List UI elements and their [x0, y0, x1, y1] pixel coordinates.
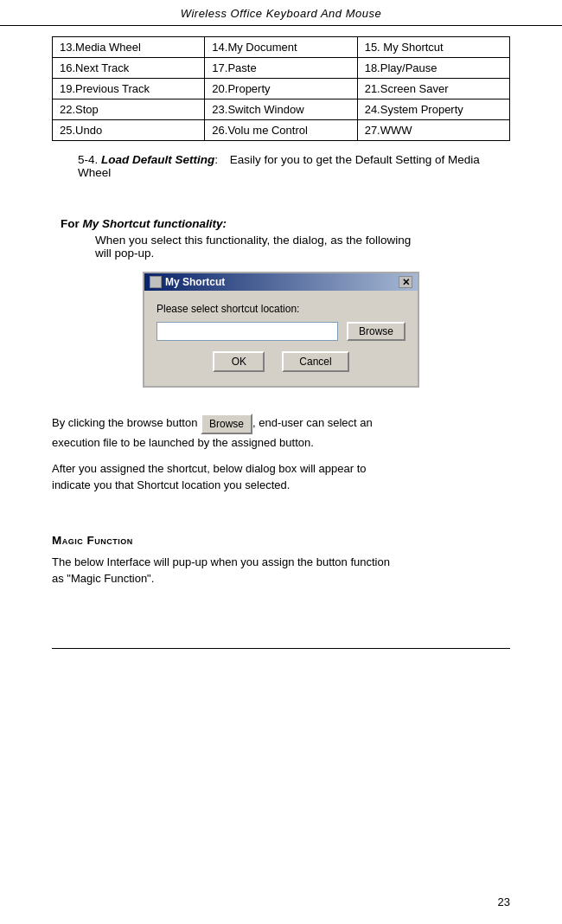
header-title: Wireless Office Keyboard And Mouse [181, 7, 381, 20]
dialog-browse-button[interactable]: Browse [347, 322, 406, 341]
para1-text-after: , end-user can select an [252, 416, 373, 429]
table-cell: 19.Previous Track [53, 79, 205, 99]
table-cell: 21.Screen Saver [357, 79, 509, 99]
table-cell: 16.Next Track [53, 58, 205, 79]
para1: By clicking the browse button Browse, en… [52, 414, 510, 452]
function-table: 13.Media Wheel14.My Document15. My Short… [52, 36, 510, 141]
table-cell: 20.Property [205, 79, 357, 99]
dialog-titlebar: My Shortcut ✕ [144, 273, 418, 291]
table-cell: 14.My Document [205, 37, 357, 58]
magic-body-line2: as "Magic Function". [52, 572, 154, 585]
para1-text-before: By clicking the browse button [52, 416, 197, 429]
table-cell: 13.Media Wheel [53, 37, 205, 58]
for-body: When you select this functionality, the … [61, 234, 510, 260]
dialog-cancel-button[interactable]: Cancel [282, 351, 348, 372]
table-row: 22.Stop23.Switch Window24.System Propert… [53, 99, 510, 120]
table-cell: 24.System Property [357, 99, 509, 120]
para1-line3: execution file to be launched by the ass… [52, 436, 314, 449]
browse-inline-button: Browse [201, 414, 252, 434]
table-cell: 17.Paste [205, 58, 357, 79]
para2-line1: After you assigned the shortcut, below d… [52, 462, 367, 475]
dialog-prompt-label: Please select shortcut location: [156, 303, 406, 315]
page-number: 23 [498, 895, 510, 908]
table-row: 25.Undo26.Volu me Control27.WWW [53, 120, 510, 141]
dialog-buttons: OK Cancel [156, 351, 406, 377]
page-header: Wireless Office Keyboard And Mouse [0, 0, 562, 26]
table-row: 19.Previous Track20.Property21.Screen Sa… [53, 79, 510, 99]
dialog-path-input[interactable] [156, 322, 338, 341]
dialog-close-button[interactable]: ✕ [399, 276, 412, 288]
table-cell: 15. My Shortcut [357, 37, 509, 58]
section-54: 5-4. Load Default Setting: Easily for yo… [52, 153, 510, 179]
table-cell: 27.WWW [357, 120, 509, 141]
magic-body-line1: The below Interface will pup-up when you… [52, 555, 390, 568]
for-label: For My Shortcut functionality: [61, 217, 510, 230]
table-row: 13.Media Wheel14.My Document15. My Short… [53, 37, 510, 58]
dialog-titlebar-left: My Shortcut [150, 276, 225, 288]
table-row: 16.Next Track17.Paste18.Play/Pause [53, 58, 510, 79]
dialog-title: My Shortcut [165, 276, 225, 288]
magic-title-text: Magic Function [52, 534, 133, 547]
magic-body: The below Interface will pup-up when you… [52, 554, 510, 587]
para2: After you assigned the shortcut, below d… [52, 460, 510, 494]
table-cell: 26.Volu me Control [205, 120, 357, 141]
dialog-body: Please select shortcut location: Browse … [144, 291, 418, 386]
table-cell: 22.Stop [53, 99, 205, 120]
my-shortcut-dialog: My Shortcut ✕ Please select shortcut loc… [143, 272, 419, 388]
para2-line2: indicate you that Shortcut location you … [52, 478, 290, 491]
section-54-title: Load Default Setting: [101, 153, 218, 166]
table-cell: 18.Play/Pause [357, 58, 509, 79]
dialog-ok-button[interactable]: OK [213, 351, 265, 372]
for-section: For My Shortcut functionality: When you … [52, 217, 510, 260]
content-area: 13.Media Wheel14.My Document15. My Short… [0, 26, 562, 622]
table-cell: 23.Switch Window [205, 99, 357, 120]
magic-title: Magic Function [52, 534, 510, 547]
section-54-label: 5-4. [78, 153, 98, 166]
dialog-app-icon [150, 276, 162, 288]
footer-divider [52, 648, 510, 649]
magic-section: Magic Function The below Interface will … [52, 534, 510, 587]
dialog-input-row: Browse [156, 322, 406, 341]
table-cell: 25.Undo [53, 120, 205, 141]
